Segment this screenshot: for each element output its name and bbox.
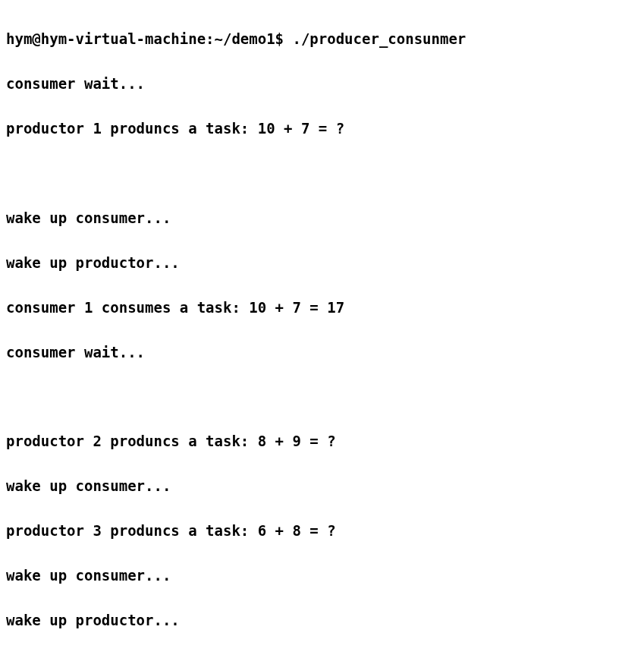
terminal-line: consumer wait... (6, 73, 638, 95)
terminal-blank-line (6, 162, 638, 184)
terminal-line: productor 1 produncs a task: 10 + 7 = ? (6, 118, 638, 140)
terminal-blank-line (6, 386, 638, 408)
terminal-prompt-line: hym@hym-virtual-machine:~/demo1$ ./produ… (6, 28, 638, 50)
terminal-line: consumer 2 consumes a task: 8 + 9 = 17 (6, 654, 638, 658)
terminal-line: productor 3 produncs a task: 6 + 8 = ? (6, 520, 638, 542)
terminal-line: consumer 1 consumes a task: 10 + 7 = 17 (6, 297, 638, 319)
terminal-line: wake up consumer... (6, 565, 638, 587)
terminal-line: wake up consumer... (6, 475, 638, 497)
terminal-line: wake up productor... (6, 252, 638, 274)
terminal-output: hym@hym-virtual-machine:~/demo1$ ./produ… (6, 6, 638, 658)
terminal-line: wake up productor... (6, 609, 638, 631)
terminal-line: wake up consumer... (6, 207, 638, 229)
terminal-line: productor 2 produncs a task: 8 + 9 = ? (6, 430, 638, 452)
terminal-line: consumer wait... (6, 342, 638, 364)
